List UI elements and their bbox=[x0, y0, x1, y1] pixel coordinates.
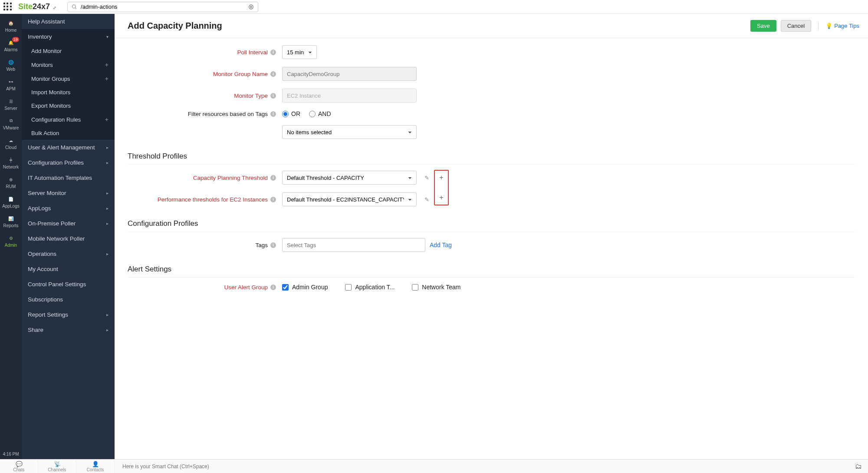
sidebar-control-panel[interactable]: Control Panel Settings bbox=[22, 277, 115, 292]
smart-chat-input[interactable]: Here is your Smart Chat (Ctrl+Space) bbox=[115, 463, 855, 470]
rail-cloud[interactable]: ☁Cloud bbox=[0, 134, 22, 153]
add-tag-link[interactable]: Add Tag bbox=[430, 241, 452, 248]
radio-or[interactable]: OR bbox=[282, 110, 300, 117]
row-tag-items: No items selected bbox=[128, 125, 855, 139]
sidebar-config-profiles[interactable]: Configuration Profiles▸ bbox=[22, 155, 115, 170]
chevron-right-icon: ▸ bbox=[106, 312, 108, 317]
section-alert-settings: Alert Settings bbox=[128, 265, 855, 278]
rail-reports[interactable]: 📊Reports bbox=[0, 212, 22, 232]
chat-icon: 💬 bbox=[0, 461, 38, 467]
svg-point-0 bbox=[72, 5, 76, 8]
rail-alarms[interactable]: 🔔19Alarms bbox=[0, 36, 22, 56]
add-perf-threshold-button[interactable]: + bbox=[436, 192, 447, 203]
content-header: Add Capacity Planning Save Cancel 💡 Page… bbox=[115, 14, 868, 38]
binoculars-icon: 👓 bbox=[0, 78, 22, 86]
alarm-badge: 19 bbox=[12, 37, 19, 42]
sidebar-share[interactable]: Share▸ bbox=[22, 322, 115, 337]
radio-and[interactable]: AND bbox=[309, 110, 331, 117]
save-button[interactable]: Save bbox=[750, 20, 776, 32]
tag-items-select[interactable]: No items selected bbox=[282, 125, 417, 139]
bottom-contacts[interactable]: 👤Contacts bbox=[76, 460, 115, 473]
poll-interval-select[interactable]: 15 mins bbox=[282, 45, 317, 59]
chevron-right-icon: ▸ bbox=[106, 251, 108, 256]
search-icon bbox=[72, 4, 77, 10]
rail-network[interactable]: ┿Network bbox=[0, 153, 22, 173]
row-perf-threshold: Performance thresholds for EC2 Instances… bbox=[128, 192, 855, 206]
tray-icon[interactable]: 🗂 bbox=[855, 463, 862, 470]
sidebar-subscriptions[interactable]: Subscriptions bbox=[22, 292, 115, 307]
sidebar-server-monitor[interactable]: Server Monitor▸ bbox=[22, 185, 115, 201]
sidebar-monitor-groups[interactable]: Monitor Groups+ bbox=[22, 72, 115, 86]
sidebar-add-monitor[interactable]: Add Monitor bbox=[22, 44, 115, 58]
rail-server[interactable]: ☰Server bbox=[0, 95, 22, 114]
rail-apm[interactable]: 👓APM bbox=[0, 75, 22, 95]
check-application-team[interactable]: Application T... bbox=[345, 284, 395, 291]
check-admin-group[interactable]: Admin Group bbox=[282, 284, 328, 291]
capacity-threshold-select[interactable]: Default Threshold - CAPACITY bbox=[282, 171, 417, 185]
bottom-bar: 💬Chats 📡Channels 👤Contacts Here is your … bbox=[0, 459, 868, 473]
server-icon: ☰ bbox=[0, 97, 22, 105]
page-tips-link[interactable]: 💡 Page Tips bbox=[825, 23, 859, 29]
chevron-right-icon: ▸ bbox=[106, 160, 108, 165]
sidebar-onprem-poller[interactable]: On-Premise Poller▸ bbox=[22, 216, 115, 231]
info-icon[interactable]: i bbox=[270, 175, 276, 181]
sidebar-report-settings[interactable]: Report Settings▸ bbox=[22, 307, 115, 322]
info-icon[interactable]: i bbox=[270, 284, 276, 290]
info-icon[interactable]: i bbox=[270, 197, 276, 202]
rail-applogs[interactable]: 📄AppLogs bbox=[0, 192, 22, 212]
rail-clock: 4:16 PM bbox=[3, 452, 19, 456]
rail-vmware[interactable]: ⧉VMware bbox=[0, 114, 22, 134]
rail-home[interactable]: 🏠Home bbox=[0, 17, 22, 36]
sidebar-applogs[interactable]: AppLogs▸ bbox=[22, 201, 115, 216]
edit-icon[interactable]: ✎ bbox=[421, 194, 432, 205]
expand-icon[interactable]: ⤢ bbox=[53, 6, 56, 10]
sidebar-operations[interactable]: Operations▸ bbox=[22, 246, 115, 261]
edit-icon[interactable]: ✎ bbox=[421, 172, 432, 183]
bottom-chats[interactable]: 💬Chats bbox=[0, 460, 38, 473]
row-monitor-type: Monitor Typei EC2 Instance bbox=[128, 89, 855, 103]
sidebar-inventory[interactable]: Inventory▾ bbox=[22, 29, 115, 44]
bottom-channels[interactable]: 📡Channels bbox=[38, 460, 76, 473]
add-threshold-highlight: + + bbox=[434, 170, 449, 205]
gear-icon: ⚙ bbox=[0, 234, 22, 242]
info-icon[interactable]: i bbox=[270, 242, 276, 248]
logo[interactable]: Site24x7 ⤢ bbox=[18, 2, 56, 11]
sidebar-my-account[interactable]: My Account bbox=[22, 261, 115, 277]
plus-icon[interactable]: + bbox=[105, 61, 108, 68]
plus-icon[interactable]: + bbox=[105, 116, 108, 123]
plus-icon[interactable]: + bbox=[105, 75, 108, 82]
content-area: Add Capacity Planning Save Cancel 💡 Page… bbox=[115, 14, 868, 459]
search-wrap bbox=[67, 2, 258, 12]
chevron-down-icon: ▾ bbox=[106, 34, 108, 39]
info-icon[interactable]: i bbox=[270, 50, 276, 55]
reports-icon: 📊 bbox=[0, 215, 22, 222]
sidebar-help-assistant[interactable]: Help Assistant bbox=[22, 14, 115, 29]
info-icon[interactable]: i bbox=[270, 111, 276, 117]
config-tags-input[interactable] bbox=[282, 238, 425, 252]
add-capacity-threshold-button[interactable]: + bbox=[436, 172, 447, 183]
search-input[interactable] bbox=[67, 2, 258, 12]
sidebar-monitors[interactable]: Monitors+ bbox=[22, 58, 115, 72]
rail-rum[interactable]: ⊕RUM bbox=[0, 173, 22, 192]
rail-web[interactable]: 🌐Web bbox=[0, 56, 22, 75]
sidebar-bulk-action[interactable]: Bulk Action bbox=[22, 126, 115, 140]
cancel-button[interactable]: Cancel bbox=[781, 20, 811, 32]
logo-part-b: 24x7 bbox=[33, 2, 50, 11]
sidebar-mobile-poller[interactable]: Mobile Network Poller bbox=[22, 231, 115, 246]
sidebar-user-alert[interactable]: User & Alert Management▸ bbox=[22, 140, 115, 155]
group-name-label: Monitor Group Namei bbox=[128, 71, 282, 77]
cloud-icon: ☁ bbox=[0, 136, 22, 144]
sidebar-import-monitors[interactable]: Import Monitors bbox=[22, 86, 115, 99]
clear-search-icon[interactable] bbox=[248, 4, 254, 10]
info-icon[interactable]: i bbox=[270, 93, 276, 99]
rail-admin[interactable]: ⚙Admin bbox=[0, 232, 22, 251]
perf-threshold-select[interactable]: Default Threshold - EC2INSTANCE_CAPACITY bbox=[282, 192, 417, 206]
logo-part-a: Site bbox=[18, 2, 33, 11]
info-icon[interactable]: i bbox=[270, 71, 276, 77]
apps-grid-icon[interactable] bbox=[3, 3, 12, 11]
sidebar-export-monitors[interactable]: Export Monitors bbox=[22, 99, 115, 112]
sidebar-config-rules[interactable]: Configuration Rules+ bbox=[22, 112, 115, 126]
contacts-icon: 👤 bbox=[76, 461, 114, 467]
check-network-team[interactable]: Network Team bbox=[412, 284, 460, 291]
sidebar-it-automation[interactable]: IT Automation Templates bbox=[22, 170, 115, 185]
